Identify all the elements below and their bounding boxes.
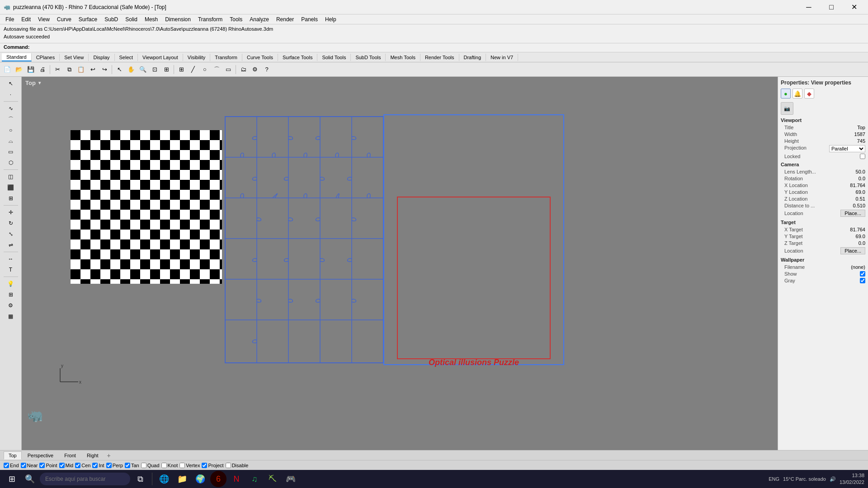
- viewport-tab-top[interactable]: Top: [4, 451, 22, 460]
- prop-show-checkbox[interactable]: [860, 271, 865, 277]
- undo-icon[interactable]: ↩: [87, 64, 98, 75]
- viewport-tab-add[interactable]: +: [104, 451, 113, 460]
- menu-curve[interactable]: Curve: [53, 15, 75, 23]
- taskbar-search[interactable]: [40, 473, 130, 485]
- app-icon-6[interactable]: 6: [210, 471, 226, 487]
- prop-tgt-place-btn[interactable]: Place...: [840, 247, 865, 254]
- menu-view[interactable]: View: [34, 15, 53, 23]
- grid-icon[interactable]: ⊞: [176, 64, 187, 75]
- close-button[interactable]: ✕: [844, 0, 864, 14]
- snap-perp-checkbox[interactable]: [106, 463, 112, 468]
- snap-vertex[interactable]: Vertex: [179, 463, 200, 468]
- tab-visibility[interactable]: Visibility: [183, 54, 211, 61]
- snap-cen-checkbox[interactable]: [75, 463, 80, 468]
- tool-point[interactable]: ·: [3, 89, 19, 99]
- prop-projection-select[interactable]: Parallel Perspective: [829, 145, 865, 152]
- prop-icon-bell[interactable]: 🔔: [793, 89, 802, 99]
- tool-polyline[interactable]: ⌒: [3, 114, 19, 124]
- tool-transform[interactable]: ✛: [3, 207, 19, 217]
- prop-icon-material[interactable]: ◆: [804, 89, 814, 99]
- tool-rect[interactable]: ▭: [3, 147, 19, 157]
- tab-render-tools[interactable]: Render Tools: [420, 54, 459, 61]
- tab-drafting[interactable]: Drafting: [459, 54, 486, 61]
- menu-surface[interactable]: Surface: [75, 15, 101, 23]
- snap-cen[interactable]: Cen: [75, 463, 90, 468]
- line-icon[interactable]: ╱: [188, 64, 198, 75]
- snap-tan[interactable]: Tan: [125, 463, 139, 468]
- tool-solid[interactable]: ⬛: [3, 183, 19, 192]
- menu-edit[interactable]: Edit: [18, 15, 34, 23]
- pan-icon[interactable]: ✋: [126, 64, 137, 75]
- taskbar-volume[interactable]: 🔊: [830, 476, 836, 482]
- steam-icon[interactable]: 🎮: [283, 471, 299, 487]
- viewport-area[interactable]: Top ▼: [22, 77, 778, 450]
- snap-perp[interactable]: Perp: [106, 463, 123, 468]
- snap-point[interactable]: Point: [39, 463, 57, 468]
- tool-render[interactable]: 💡: [3, 279, 19, 289]
- start-button[interactable]: ⊞: [4, 471, 20, 487]
- tool-more[interactable]: ▦: [3, 311, 19, 321]
- spotify-icon[interactable]: ♫: [246, 471, 263, 487]
- snap-knot-checkbox[interactable]: [161, 463, 167, 468]
- cut-icon[interactable]: ✂: [52, 64, 63, 75]
- menu-tools[interactable]: Tools: [226, 15, 246, 23]
- circle-icon[interactable]: ○: [199, 64, 210, 75]
- camera-icon[interactable]: 📷: [781, 102, 793, 115]
- tab-surface-tools[interactable]: Surface Tools: [278, 54, 317, 61]
- explorer-icon[interactable]: 📁: [174, 471, 190, 487]
- snap-end-checkbox[interactable]: [4, 463, 9, 468]
- tool-text[interactable]: T: [3, 265, 19, 275]
- snap-tan-checkbox[interactable]: [125, 463, 130, 468]
- edge-icon[interactable]: 🌐: [156, 471, 172, 487]
- prop-gray-checkbox[interactable]: [860, 278, 865, 283]
- zoom-win-icon[interactable]: ⊞: [161, 64, 172, 75]
- tab-mesh-tools[interactable]: Mesh Tools: [386, 54, 420, 61]
- tab-setview[interactable]: Set View: [60, 54, 89, 61]
- snap-end[interactable]: End: [4, 463, 19, 468]
- tool-circle[interactable]: ○: [3, 125, 19, 135]
- tab-transform[interactable]: Transform: [210, 54, 242, 61]
- snap-near-checkbox[interactable]: [21, 463, 26, 468]
- tool-mesh[interactable]: ⊞: [3, 193, 19, 203]
- tab-select[interactable]: Select: [115, 54, 138, 61]
- paste-icon[interactable]: 📋: [75, 64, 86, 75]
- print-icon[interactable]: 🖨: [37, 64, 48, 75]
- snap-project-checkbox[interactable]: [202, 463, 207, 468]
- snap-mid[interactable]: Mid: [59, 463, 74, 468]
- tool-rotate[interactable]: ↻: [3, 218, 19, 228]
- snap-int[interactable]: Int: [92, 463, 104, 468]
- prop-locked-checkbox[interactable]: [860, 154, 865, 159]
- snap-project[interactable]: Project: [202, 463, 223, 468]
- tool-select[interactable]: ↖: [3, 79, 19, 89]
- menu-file[interactable]: File: [2, 15, 18, 23]
- menu-subd[interactable]: SubD: [101, 15, 122, 23]
- copy-icon[interactable]: ⧉: [64, 64, 75, 75]
- tab-curve-tools[interactable]: Curve Tools: [242, 54, 278, 61]
- tab-cplanes[interactable]: CPlanes: [32, 54, 60, 61]
- viewport-tab-front[interactable]: Front: [59, 451, 81, 460]
- prop-cam-place-btn[interactable]: Place...: [840, 210, 865, 217]
- tool-mirror[interactable]: ⇌: [3, 240, 19, 250]
- redo-icon[interactable]: ↪: [99, 64, 110, 75]
- zoom-ext-icon[interactable]: ⊡: [149, 64, 160, 75]
- menu-transform[interactable]: Transform: [194, 15, 226, 23]
- tool-scale[interactable]: ⤡: [3, 229, 19, 239]
- minecraft-icon[interactable]: ⛏: [264, 471, 281, 487]
- snap-near[interactable]: Near: [21, 463, 38, 468]
- snap-mid-checkbox[interactable]: [59, 463, 65, 468]
- maximize-button[interactable]: □: [821, 0, 842, 14]
- menu-mesh[interactable]: Mesh: [141, 15, 161, 23]
- snap-disable[interactable]: Disable: [226, 463, 249, 468]
- rect-icon[interactable]: ▭: [223, 64, 234, 75]
- tool-polygon[interactable]: ⬡: [3, 158, 19, 168]
- search-button[interactable]: 🔍: [22, 471, 38, 487]
- open-icon[interactable]: 📂: [14, 64, 24, 75]
- tool-apps[interactable]: ⚙: [3, 300, 19, 310]
- arc-icon[interactable]: ⌒: [211, 64, 222, 75]
- snap-quad[interactable]: Quad: [141, 463, 160, 468]
- snap-int-checkbox[interactable]: [92, 463, 98, 468]
- snap-quad-checkbox[interactable]: [141, 463, 146, 468]
- tool-dim[interactable]: ↔: [3, 254, 19, 264]
- minimize-button[interactable]: ─: [798, 0, 819, 14]
- snap-vertex-checkbox[interactable]: [179, 463, 185, 468]
